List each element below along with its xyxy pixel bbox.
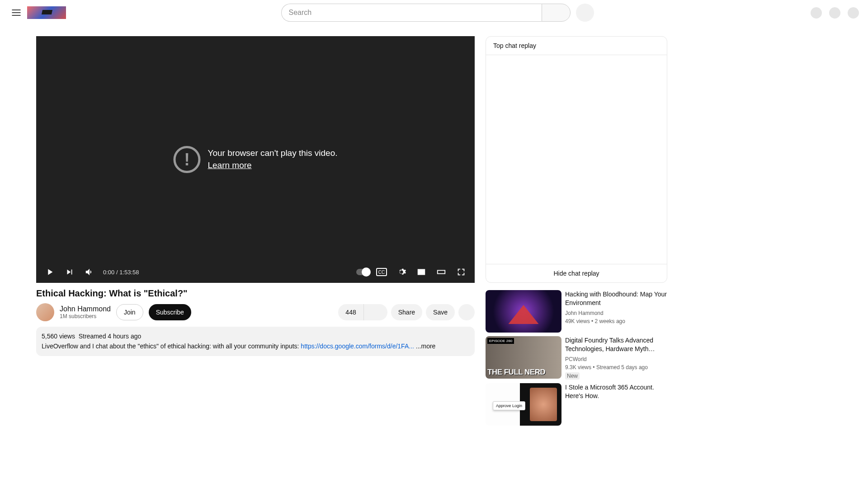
miniplayer-button[interactable] — [413, 264, 429, 280]
miniplayer-icon — [416, 267, 426, 277]
play-button[interactable] — [42, 264, 58, 280]
recommendation-item[interactable]: I Stole a Microsoft 365 Account. Here's … — [486, 383, 667, 426]
theater-icon — [436, 267, 446, 277]
recommendation-item[interactable]: Digital Foundry Talks Advanced Technolog… — [486, 336, 667, 380]
secondary-column: Top chat replay Hide chat replay Hacking… — [486, 36, 667, 429]
fullscreen-button[interactable] — [453, 264, 469, 280]
voice-search-button[interactable] — [576, 4, 594, 22]
upload-date: Streamed 4 hours ago — [79, 333, 142, 340]
search-container — [66, 4, 809, 22]
search-button[interactable] — [542, 4, 571, 22]
channel-name[interactable]: John Hammond — [60, 305, 111, 313]
video-title: Ethical Hacking: What is "Ethical?" — [36, 288, 475, 299]
rec-channel: PCWorld — [565, 355, 667, 363]
chat-header[interactable]: Top chat replay — [486, 37, 667, 55]
next-button[interactable] — [61, 264, 78, 280]
rec-thumbnail — [486, 290, 561, 333]
header-actions — [809, 7, 861, 19]
new-badge: New — [565, 372, 580, 380]
video-player[interactable]: ! Your browser can't play this video. Le… — [36, 36, 475, 283]
save-button[interactable]: Save — [426, 304, 455, 320]
captions-button[interactable]: CC — [373, 264, 390, 280]
learn-more-link[interactable]: Learn more — [208, 160, 251, 170]
fullscreen-icon — [456, 267, 466, 277]
error-icon: ! — [173, 146, 200, 173]
share-button[interactable]: Share — [391, 304, 422, 320]
play-icon — [45, 267, 55, 277]
view-count: 5,560 views — [42, 333, 75, 340]
description-link[interactable]: https://docs.google.com/forms/d/e/1FA... — [301, 343, 414, 350]
hamburger-icon — [11, 7, 22, 18]
channel-avatar[interactable] — [36, 303, 54, 321]
page: ! Your browser can't play this video. Le… — [0, 25, 868, 429]
volume-icon — [85, 267, 94, 277]
header-skeleton-1 — [811, 7, 822, 19]
like-dislike-group: 448 — [338, 304, 387, 320]
player-controls: 0:00 / 1:53:58 CC — [36, 261, 475, 283]
subscribe-button[interactable]: Subscribe — [149, 304, 191, 320]
time-display: 0:00 / 1:53:58 — [103, 269, 139, 276]
rec-meta: 9.3K views • Streamed 5 days ago — [565, 363, 667, 371]
description-text: LiveOverflow and I chat about the "ethic… — [42, 343, 301, 350]
rec-title: I Stole a Microsoft 365 Account. Here's … — [565, 383, 667, 400]
rec-thumbnail — [486, 383, 561, 426]
search-form — [281, 4, 571, 22]
hamburger-menu-button[interactable] — [7, 4, 25, 22]
header-skeleton-3 — [848, 7, 859, 19]
header-skeleton-2 — [829, 7, 840, 19]
show-more-button[interactable]: ...more — [414, 343, 435, 350]
chat-panel: Top chat replay Hide chat replay — [486, 36, 667, 283]
theater-button[interactable] — [433, 264, 449, 280]
cc-icon: CC — [376, 268, 387, 276]
search-input[interactable] — [281, 4, 542, 22]
like-button[interactable]: 448 — [338, 304, 363, 320]
dislike-button[interactable] — [364, 304, 387, 320]
autoplay-toggle[interactable] — [356, 269, 370, 275]
rec-channel: John Hammond — [565, 309, 667, 317]
primary-column: ! Your browser can't play this video. Le… — [36, 36, 475, 429]
rec-thumbnail — [486, 336, 561, 379]
rec-title: Digital Foundry Talks Advanced Technolog… — [565, 336, 667, 353]
gear-icon — [396, 267, 406, 277]
subscriber-count: 1M subscribers — [60, 313, 111, 319]
join-button[interactable]: Join — [116, 304, 143, 320]
rec-meta: 49K views • 2 weeks ago — [565, 317, 667, 325]
description-box[interactable]: 5,560 views Streamed 4 hours ago LiveOve… — [36, 327, 475, 356]
player-error: ! Your browser can't play this video. Le… — [173, 146, 337, 173]
owner-row: John Hammond 1M subscribers Join Subscri… — [36, 303, 475, 321]
hide-chat-button[interactable]: Hide chat replay — [486, 264, 667, 282]
volume-button[interactable] — [81, 264, 98, 280]
site-logo[interactable] — [27, 6, 66, 19]
error-message: Your browser can't play this video. — [208, 148, 337, 158]
more-actions-button[interactable] — [458, 304, 475, 320]
settings-button[interactable] — [393, 264, 410, 280]
recommendation-item[interactable]: Hacking with Bloodhound: Map Your Enviro… — [486, 290, 667, 333]
chat-body — [486, 55, 667, 264]
header — [0, 0, 868, 25]
next-icon — [65, 267, 75, 277]
rec-title: Hacking with Bloodhound: Map Your Enviro… — [565, 290, 667, 307]
